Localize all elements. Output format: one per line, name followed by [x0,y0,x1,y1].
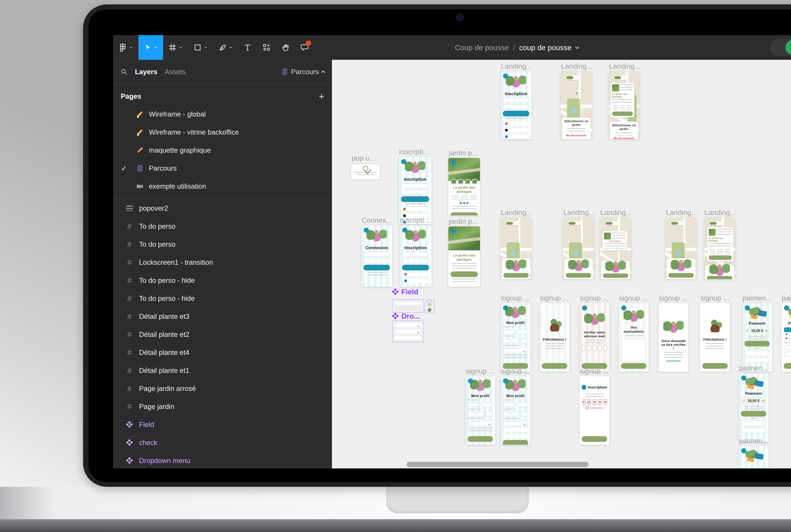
actions-tool-button[interactable] [257,35,276,60]
frame-label[interactable]: signup ... [659,294,688,302]
frame-label[interactable]: Landing... [501,62,532,70]
frame-label[interactable]: Landing... [563,208,595,217]
page-row[interactable]: Wireframe - vitrine backoffice [113,123,332,141]
more-icon[interactable]: ... [427,294,436,302]
canvas-frame[interactable]: signup ... Mon profil [501,303,530,372]
tab-assets[interactable]: Assets [165,68,186,76]
component-title[interactable]: Dro... [392,312,420,320]
frame-label[interactable]: signup ... [700,294,729,302]
frame-label[interactable]: pop u... [352,154,375,162]
tab-layers[interactable]: Layers [135,68,157,76]
frame-label[interactable]: paimen... [742,294,772,302]
frame-label[interactable]: signup ... [466,367,495,375]
frame-label[interactable]: signup ... [619,294,648,302]
frame-label[interactable]: jardin p... [449,217,478,226]
layer-row[interactable]: #Page jardin [113,398,332,416]
canvas-frame[interactable]: Landing... [563,217,594,279]
frame-label[interactable]: signup ... [540,294,569,302]
frame-label[interactable]: Landing... [609,62,640,70]
canvas-frame[interactable]: signup ... Vos motivations [619,303,648,372]
move-tool-button[interactable] [138,35,163,60]
layer-row[interactable]: #To do perso - hide [113,271,332,289]
frame-label[interactable]: jardin p... [449,149,478,157]
frame-label[interactable]: Landing... [704,208,736,217]
component-dropdown[interactable] [392,320,424,343]
frame-label[interactable]: Landing... [561,62,592,70]
hand-tool-button[interactable] [276,35,295,60]
page-row[interactable]: maquette graphique [113,141,332,159]
canvas-frame[interactable]: paimen... Paiement − 16,00 € + [739,373,769,442]
canvas-frame[interactable]: Landing... Sélectionnez un jardin Me déc… [561,71,592,139]
frame-label[interactable]: signup ... [580,294,609,302]
layer-row[interactable]: popover2 [113,199,332,217]
frame-label[interactable]: Landing... [501,208,532,217]
layer-row-component[interactable]: Dropdown menu [113,452,332,470]
frame-label[interactable]: paieme... [782,294,791,302]
layer-row[interactable]: #Détail plante et1 [113,362,332,380]
layer-row[interactable]: #Lockscreen1 - transition [113,253,332,271]
canvas-frame[interactable]: Landing... Le jardin des partages [609,71,639,139]
frame-label[interactable]: Connex... [361,216,392,224]
page-row[interactable]: Wireframe - global [113,105,332,123]
add-page-button[interactable]: + [319,91,324,102]
canvas-frame[interactable]: Landing... Le jardin des partages [704,217,735,279]
layer-row[interactable]: #To do perso [113,235,332,253]
canvas-frame[interactable]: signup ... Mon profil [466,376,495,445]
canvas-frame[interactable]: paimen... Paiement − 15,00 € + [742,303,772,372]
component-field[interactable] [392,299,424,313]
frame-label[interactable]: signup ... [580,367,609,375]
component-title[interactable]: Field [392,287,418,296]
frame-label[interactable]: Landing... [666,208,697,217]
layer-row-component[interactable]: check [113,434,332,452]
figma-menu-button[interactable] [113,35,138,60]
canvas-frame[interactable]: signup ... Inscription 12345 [580,376,609,445]
canvas-frame[interactable]: signup ... Félicitations ! [540,303,569,372]
canvas-frame[interactable]: jardin p... Le jardin des partages [448,158,480,215]
frame-label[interactable]: inscripti... [400,216,430,224]
page-row[interactable]: exemple utilisation [113,177,332,195]
frame-label[interactable]: signup ... [501,367,530,375]
frame-label[interactable]: paimen... [739,437,768,445]
frame-label[interactable]: signup ... [501,294,530,302]
text-tool-button[interactable] [238,35,257,60]
page-selector[interactable]: Parcours [281,68,325,76]
avatar[interactable]: K [786,40,791,55]
canvas-frame[interactable]: Landing... [600,217,631,279]
comment-tool-button[interactable] [295,35,314,60]
layer-row[interactable]: #Page jardin arrosé [113,380,332,398]
file-menu-chevron-icon[interactable] [575,45,579,49]
canvas-frame[interactable]: paimen... [739,446,769,469]
layer-row-component[interactable]: Field [113,416,332,434]
canvas-frame[interactable]: signup ... Félicitations ! [700,303,730,372]
canvas-frame[interactable]: paieme... Paiement [781,303,791,372]
layer-row[interactable]: #Détail plante et4 [113,343,332,362]
frame-label[interactable]: paimen... [739,364,768,372]
pen-tool-button[interactable] [213,35,238,60]
canvas-frame[interactable]: jardin p... Le jardin des partages [448,226,480,287]
horizontal-scrollbar[interactable] [407,462,588,467]
canvas-frame[interactable]: inscripti... Inscription [399,157,431,224]
canvas-frame[interactable]: Landing... [665,217,697,279]
canvas-frame[interactable]: Connex... Connexion [361,225,392,287]
canvas[interactable]: Landing... Inscription Landing... [332,60,791,469]
account-pill[interactable]: K [770,39,791,56]
layer-row[interactable]: #To do perso - hide [113,289,332,307]
frame-label[interactable]: inscripti... [399,148,429,156]
layer-row[interactable]: #Détail plante et2 [113,325,332,343]
breadcrumb-file-name[interactable]: coup de pousse [519,43,572,52]
canvas-frame[interactable]: signup ... Votre demande va être vérifié… [659,303,688,372]
layer-row[interactable]: #Détail plante et3 [113,307,332,325]
canvas-frame[interactable]: Landing... Inscription [501,71,531,139]
breadcrumb-team[interactable]: Coup de pousse [455,43,509,52]
canvas-frame[interactable]: signup ... Vérifier votre adresse mail [580,303,609,372]
canvas-frame[interactable]: Landing... [501,217,531,279]
frame-label[interactable]: Landing... [600,208,632,217]
shape-tool-button[interactable] [188,35,213,60]
component-check[interactable] [425,301,434,313]
search-icon[interactable] [120,68,128,75]
canvas-frame[interactable]: signup ... Mon profil [501,376,530,445]
canvas-frame[interactable]: pop u... [351,165,380,179]
page-row-selected[interactable]: ✓ Parcours [113,159,332,177]
canvas-frame[interactable]: inscripti... Inscription [400,225,431,287]
frame-tool-button[interactable] [163,35,188,60]
